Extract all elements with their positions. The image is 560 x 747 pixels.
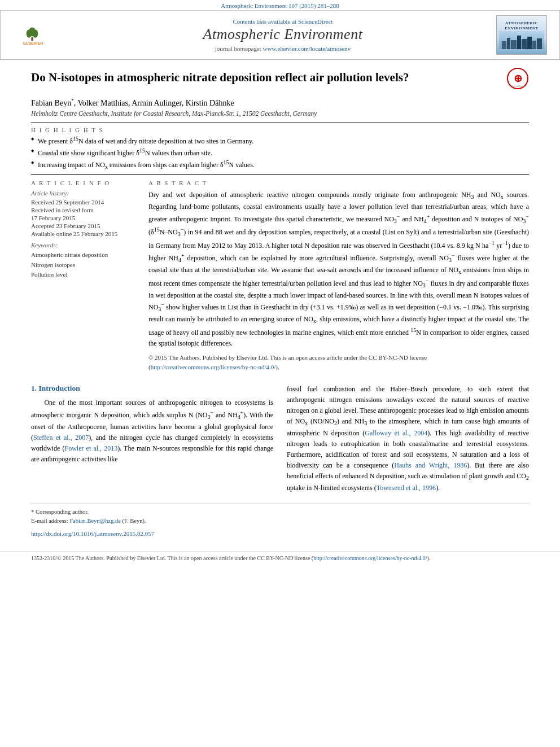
main-content: Do N-isotopes in atmospheric nitrate dep… — [0, 60, 560, 547]
svg-rect-8 — [502, 41, 506, 49]
revised-label: Received in revised form — [31, 207, 138, 213]
revised-date: 17 February 2015 — [31, 215, 138, 221]
sciencedirect-link[interactable]: ScienceDirect — [298, 18, 333, 25]
highlight-item-1: We present δ15N data of wet and dry nitr… — [31, 136, 529, 146]
introduction-section: 1. Introduction One of the most importan… — [31, 384, 529, 493]
authors: Fabian Beyn*, Volker Matthias, Armin Aul… — [31, 98, 529, 108]
bottom-bar-text: 1352-2310/© 2015 The Authors. Published … — [31, 555, 430, 561]
highlight-item-2: Coastal site show significant higher δ15… — [31, 147, 529, 158]
keywords-header: Keywords: — [31, 242, 138, 248]
article-title: Do N-isotopes in atmospheric nitrate dep… — [31, 70, 501, 85]
svg-text:CrossMark: CrossMark — [511, 85, 524, 88]
crossmark-badge[interactable]: ⊕ CrossMark — [506, 67, 529, 92]
received-date: Received 29 September 2014 — [31, 199, 138, 206]
journal-reference-bar: Atmospheric Environment 107 (2015) 281–2… — [0, 0, 560, 11]
keyword-1: Atmospheric nitrate deposition — [31, 250, 138, 260]
journal-homepage: journal homepage: www.elsevier.com/locat… — [75, 45, 491, 52]
highlight-item-3: Increasing impact of NOx emissions from … — [31, 159, 529, 170]
elsevier-logo-svg: ELSEVIER — [16, 24, 67, 46]
journal-header: ELSEVIER Contents lists available at Sci… — [0, 11, 560, 60]
svg-rect-12 — [522, 39, 527, 49]
elsevier-logo-area: ELSEVIER — [7, 24, 75, 46]
journal-header-center: Contents lists available at ScienceDirec… — [75, 18, 491, 52]
galloway-ref[interactable]: Galloway et al., 2004 — [365, 429, 427, 437]
article-history-label: Article history: — [31, 190, 138, 196]
fowler-ref[interactable]: Fowler et al., 2013 — [64, 444, 117, 452]
keyword-3: Pollution level — [31, 270, 138, 280]
atmospheric-environment-logo: ATMOSPHERICENVIRONMENT — [496, 15, 547, 55]
svg-rect-15 — [537, 38, 542, 49]
article-info-header: A R T I C L E I N F O — [31, 180, 138, 186]
article-info-divider — [31, 174, 529, 175]
intro-left-text: One of the most important sources of ant… — [31, 397, 273, 465]
svg-text:ELSEVIER: ELSEVIER — [23, 41, 43, 46]
keyword-2: Nitrogen isotopes — [31, 260, 138, 270]
highlights-list: We present δ15N data of wet and dry nitr… — [31, 136, 529, 170]
introduction-columns: 1. Introduction One of the most importan… — [31, 384, 529, 493]
bottom-bar: 1352-2310/© 2015 The Authors. Published … — [0, 552, 560, 564]
affiliation: Helmholtz Centre Geesthacht, Institute f… — [31, 110, 529, 117]
svg-rect-11 — [517, 36, 521, 49]
abstract-column: A B S T R A C T Dry and wet deposition o… — [148, 180, 529, 372]
svg-rect-10 — [511, 40, 517, 49]
townsend-ref[interactable]: Townsend et al., 1996 — [377, 484, 436, 492]
article-info-abstract-row: A R T I C L E I N F O Article history: R… — [31, 180, 529, 372]
intro-right-text: fossil fuel combustion and the Haber–Bos… — [287, 384, 529, 493]
abstract-header: A B S T R A C T — [148, 180, 529, 186]
sciencedirect-text: Contents lists available at ScienceDirec… — [75, 18, 491, 25]
section-title: 1. Introduction — [31, 384, 273, 393]
article-info-column: A R T I C L E I N F O Article history: R… — [31, 180, 138, 372]
highlights-divider — [31, 123, 529, 123]
license-link[interactable]: http://creativecommons.org/licenses/by-n… — [151, 364, 276, 370]
highlights-header: H I G H L I G H T S — [31, 126, 529, 133]
svg-point-2 — [27, 29, 32, 37]
logo-skyline-svg — [499, 31, 544, 49]
crossmark-svg: ⊕ CrossMark — [506, 67, 529, 90]
intro-right-col: fossil fuel combustion and the Haber–Bos… — [287, 384, 529, 493]
copyright-line: © 2015 The Authors. Published by Elsevie… — [148, 353, 529, 372]
journal-logo-area: ATMOSPHERICENVIRONMENT — [491, 15, 553, 55]
footnote-area: * Corresponding author. E-mail address: … — [31, 504, 529, 526]
journal-title: Atmospheric Environment — [75, 26, 491, 43]
doi-line: http://dx.doi.org/10.1016/j.atmosenv.201… — [31, 530, 529, 537]
online-date: Available online 25 February 2015 — [31, 230, 138, 237]
email-link[interactable]: Fabian.Beyn@hzg.de — [69, 518, 121, 524]
email-label: E-mail address: — [31, 518, 69, 524]
svg-text:⊕: ⊕ — [514, 73, 522, 84]
accepted-date: Accepted 23 February 2015 — [31, 222, 138, 229]
svg-rect-14 — [532, 41, 536, 49]
svg-rect-9 — [507, 38, 510, 49]
journal-homepage-link[interactable]: www.elsevier.com/locate/atmosenv — [263, 45, 351, 52]
bottom-license-link[interactable]: http://creativecommons.org/licenses/by-n… — [313, 555, 427, 561]
journal-ref-text: Atmospheric Environment 107 (2015) 281–2… — [221, 2, 339, 9]
keywords-list: Atmospheric nitrate deposition Nitrogen … — [31, 250, 138, 280]
title-row: Do N-isotopes in atmospheric nitrate dep… — [31, 70, 529, 92]
abstract-text: Dry and wet deposition of atmospheric re… — [148, 190, 529, 348]
author-initials: (F. Beyn). — [123, 518, 146, 524]
svg-rect-13 — [527, 37, 532, 49]
svg-point-3 — [33, 29, 38, 37]
intro-left-col: 1. Introduction One of the most importan… — [31, 384, 273, 493]
steffen-ref[interactable]: Steffen et al., 2007 — [33, 434, 89, 442]
doi-link[interactable]: http://dx.doi.org/10.1016/j.atmosenv.201… — [31, 530, 154, 537]
corresponding-author-note: * Corresponding author. E-mail address: … — [31, 508, 529, 526]
hauhs-ref[interactable]: Hauhs and Wright, 1986 — [394, 461, 467, 469]
